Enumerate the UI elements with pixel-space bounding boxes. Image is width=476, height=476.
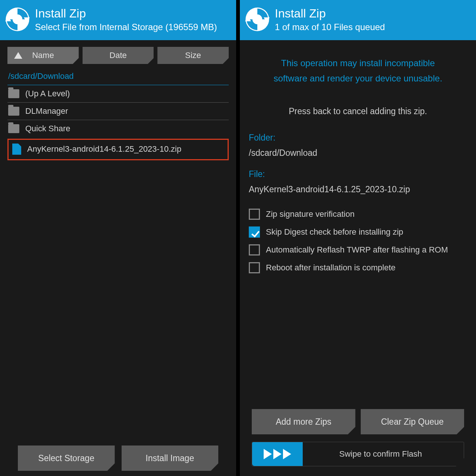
checkbox-icon <box>249 244 260 255</box>
list-item-up[interactable]: (Up A Level) <box>7 85 229 103</box>
header-subtitle: Select File from Internal Storage (19655… <box>35 22 217 32</box>
file-list: (Up A Level) DLManager Quick Share AnyKe… <box>7 85 229 160</box>
checkbox-label: Automatically Reflash TWRP after flashin… <box>266 245 448 255</box>
list-item-folder[interactable]: Quick Share <box>7 120 229 137</box>
list-item-folder[interactable]: DLManager <box>7 103 229 120</box>
folder-icon <box>8 107 19 116</box>
list-item-label: DLManager <box>25 106 68 116</box>
sort-ascending-icon <box>14 52 22 59</box>
sort-name-label: Name <box>32 51 54 60</box>
file-value: AnyKernel3-android14-6.1.25_2023-10.zip <box>249 184 467 194</box>
header: Install Zip Select File from Internal St… <box>0 0 236 40</box>
select-storage-button[interactable]: Select Storage <box>18 446 115 471</box>
swipe-handle[interactable] <box>252 442 303 466</box>
swipe-label: Swipe to confirm Flash <box>303 449 464 459</box>
button-label: Install Image <box>146 453 194 463</box>
chevron-right-icon <box>264 449 272 459</box>
sort-size-button[interactable]: Size <box>157 47 229 64</box>
list-item-zip-selected[interactable]: AnyKernel3-android14-6.1.25_2023-10.zip <box>7 139 229 160</box>
button-label: Add more Zips <box>276 417 331 427</box>
sort-size-label: Size <box>185 51 201 60</box>
cancel-hint: Press back to cancel adding this zip. <box>249 106 467 116</box>
screen-file-picker: Install Zip Select File from Internal St… <box>0 0 236 476</box>
warning-line: This operation may install incompatible <box>255 56 461 71</box>
button-label: Clear Zip Queue <box>381 417 444 427</box>
list-item-label: Quick Share <box>25 124 70 134</box>
chevron-right-icon <box>283 449 291 459</box>
checkbox-zip-signature[interactable]: Zip signature verification <box>249 209 467 220</box>
list-item-label: AnyKernel3-android14-6.1.25_2023-10.zip <box>27 144 181 154</box>
checkbox-reflash-twrp[interactable]: Automatically Reflash TWRP after flashin… <box>249 244 467 255</box>
install-image-button[interactable]: Install Image <box>122 446 219 471</box>
warning-line: software and render your device unusable… <box>255 71 461 86</box>
add-more-zips-button[interactable]: Add more Zips <box>252 409 356 434</box>
checkbox-label: Reboot after installation is complete <box>266 263 396 273</box>
checkbox-icon <box>249 209 260 220</box>
header-title: Install Zip <box>35 7 217 20</box>
file-label: File: <box>249 169 467 179</box>
list-item-label: (Up A Level) <box>25 89 70 99</box>
checkbox-icon <box>249 262 260 273</box>
screen-confirm-flash: Install Zip 1 of max of 10 Files queued … <box>240 0 476 476</box>
header: Install Zip 1 of max of 10 Files queued <box>240 0 476 40</box>
header-title: Install Zip <box>275 7 385 20</box>
folder-value: /sdcard/Download <box>249 148 467 158</box>
folder-icon <box>8 89 19 98</box>
swipe-to-confirm[interactable]: Swipe to confirm Flash <box>252 442 464 466</box>
current-path[interactable]: /sdcard/Download <box>7 68 229 85</box>
folder-icon <box>8 124 19 133</box>
clear-zip-queue-button[interactable]: Clear Zip Queue <box>361 409 464 434</box>
button-label: Select Storage <box>38 453 94 463</box>
checkbox-label: Zip signature verification <box>266 209 354 219</box>
chevron-right-icon <box>273 449 282 459</box>
twrp-logo-icon <box>5 7 30 32</box>
twrp-logo-icon <box>245 7 270 32</box>
sort-date-button[interactable]: Date <box>83 47 154 64</box>
checkbox-checked-icon <box>249 226 260 238</box>
warning-text: This operation may install incompatible … <box>249 56 467 86</box>
header-subtitle: 1 of max of 10 Files queued <box>275 22 385 32</box>
folder-label: Folder: <box>249 133 467 143</box>
sort-bar: Name Date Size <box>7 47 229 64</box>
file-icon <box>12 144 21 155</box>
checkbox-skip-digest[interactable]: Skip Digest check before installing zip <box>249 226 467 238</box>
options-list: Zip signature verification Skip Digest c… <box>249 209 467 273</box>
sort-date-label: Date <box>109 51 126 60</box>
sort-name-button[interactable]: Name <box>7 47 79 64</box>
checkbox-reboot-after[interactable]: Reboot after installation is complete <box>249 262 467 273</box>
checkbox-label: Skip Digest check before installing zip <box>266 227 403 237</box>
